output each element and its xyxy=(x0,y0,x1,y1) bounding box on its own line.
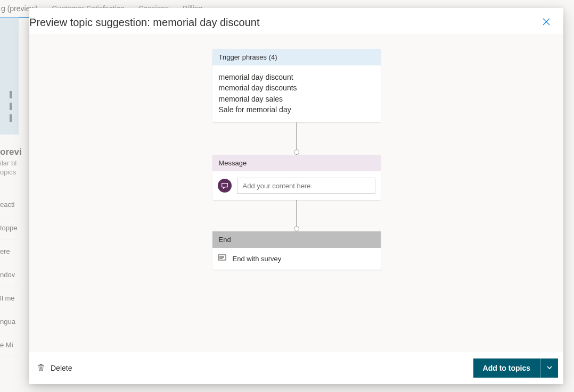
message-icon xyxy=(218,179,232,193)
dialog-body: Trigger phrases (4) memorial day discoun… xyxy=(29,34,563,352)
delete-label: Delete xyxy=(51,364,72,372)
connector-1 xyxy=(294,122,299,155)
trigger-phrase: memorial day sales xyxy=(219,94,374,104)
chevron-down-icon xyxy=(546,364,553,372)
message-card: Message xyxy=(212,155,381,200)
trigger-phrase: memorial day discount xyxy=(219,72,374,82)
connector-dot xyxy=(294,226,299,231)
dialog-footer: Delete Add to topics xyxy=(29,352,563,384)
close-button[interactable] xyxy=(541,18,552,28)
connector-2 xyxy=(294,200,299,231)
end-option-label: End with survey xyxy=(233,255,282,263)
connector-dot xyxy=(294,149,299,155)
trigger-card-header: Trigger phrases (4) xyxy=(212,49,381,65)
survey-icon xyxy=(218,254,226,263)
dialog-title: Preview topic suggestion: memorial day d… xyxy=(29,16,259,29)
trigger-phrase: memorial day discounts xyxy=(219,82,374,93)
add-to-topics-button[interactable]: Add to topics xyxy=(473,358,540,378)
message-card-header: Message xyxy=(212,155,381,171)
add-to-topics-split-button: Add to topics xyxy=(473,358,558,378)
preview-topic-dialog: Preview topic suggestion: memorial day d… xyxy=(29,8,563,384)
end-card: End End with survey xyxy=(212,231,381,270)
trash-icon xyxy=(37,363,45,373)
trigger-phrase-list: memorial day discount memorial day disco… xyxy=(212,65,381,122)
end-card-header: End xyxy=(212,231,381,248)
trigger-phrases-card: Trigger phrases (4) memorial day discoun… xyxy=(212,49,381,122)
close-icon xyxy=(543,18,550,28)
trigger-phrase: Sale for memorial day xyxy=(219,104,374,115)
delete-button[interactable]: Delete xyxy=(36,360,73,377)
message-content-input[interactable] xyxy=(237,178,375,194)
add-to-topics-menu-button[interactable] xyxy=(540,358,558,378)
